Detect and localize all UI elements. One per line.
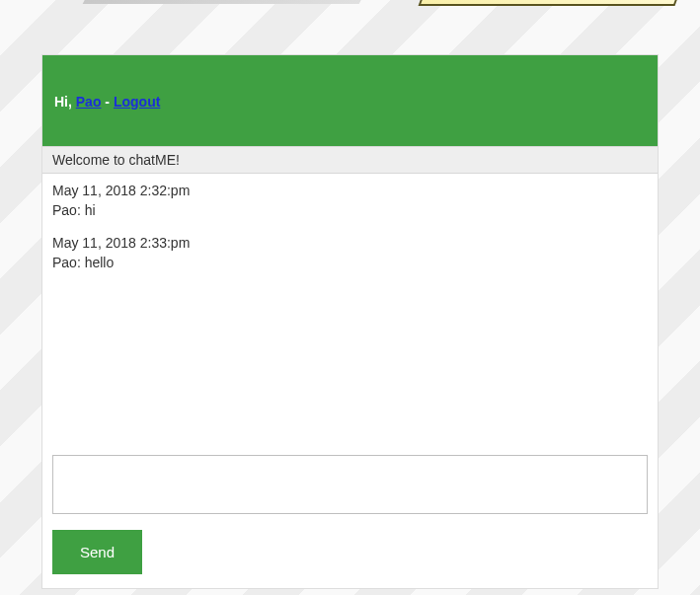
panel-header: Hi, Pao - Logout	[42, 55, 658, 146]
greeting-prefix: Hi,	[54, 94, 76, 110]
message-input[interactable]	[52, 455, 648, 514]
input-area	[42, 445, 658, 518]
chat-log[interactable]: May 11, 2018 2:32:pmPao: hiMay 11, 2018 …	[42, 174, 658, 445]
chat-message: May 11, 2018 2:33:pmPao: hello	[52, 234, 638, 272]
message-timestamp: May 11, 2018 2:32:pm	[52, 182, 638, 201]
username-link[interactable]: Pao	[76, 94, 102, 110]
chat-panel: Hi, Pao - Logout Welcome to chatME! May …	[41, 54, 659, 589]
chat-message: May 11, 2018 2:32:pmPao: hi	[52, 182, 638, 220]
welcome-bar: Welcome to chatME!	[42, 146, 658, 174]
separator-text: -	[101, 94, 113, 110]
message-body: Pao: hi	[52, 201, 638, 221]
message-body: Pao: hello	[52, 254, 638, 273]
greeting-line: Hi, Pao - Logout	[54, 94, 160, 110]
button-area: Send	[42, 518, 658, 588]
logout-link[interactable]: Logout	[114, 94, 160, 110]
send-button[interactable]: Send	[52, 530, 142, 574]
message-timestamp: May 11, 2018 2:33:pm	[52, 234, 638, 254]
